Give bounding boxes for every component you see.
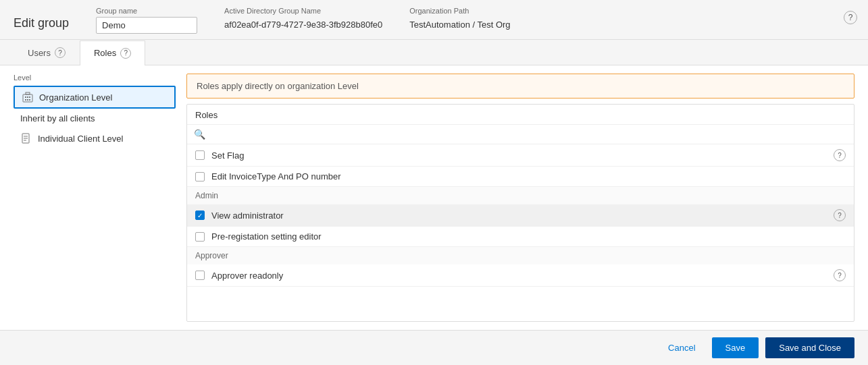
cancel-button[interactable]: Cancel: [659, 337, 705, 358]
role-item-set-flag: Set Flag ?: [187, 144, 854, 167]
roles-panel-header: Roles: [187, 105, 854, 125]
roles-search: 🔍: [187, 125, 854, 144]
ad-group-name-value: af02ea0f-d779-4727-9e38-3fb928b80fe0: [224, 17, 382, 30]
role-label-set-flag: Set Flag: [211, 150, 244, 161]
svg-rect-4: [25, 99, 26, 101]
approver-readonly-help-icon[interactable]: ?: [834, 269, 846, 281]
section-approver: Approver: [187, 247, 854, 264]
org-path-value: TestAutomation / Test Org: [409, 17, 510, 30]
tab-roles[interactable]: Roles ?: [80, 40, 145, 65]
role-label-edit-invoice: Edit InvoiceType And PO number: [211, 171, 341, 181]
role-label-approver-readonly: Approver readonly: [211, 271, 283, 281]
section-admin: Admin: [187, 187, 854, 204]
tab-users-help-icon[interactable]: ?: [55, 47, 66, 58]
group-name-field: Group name: [96, 7, 197, 34]
roles-list: Set Flag ? Edit InvoiceType And PO numbe…: [187, 144, 854, 321]
sidebar-item-inherit[interactable]: Inherit by all clients: [14, 109, 176, 128]
role-item-pre-reg: Pre-registation setting editor: [187, 227, 854, 247]
role-label-pre-reg: Pre-registation setting editor: [211, 231, 322, 242]
main-panel: Roles apply directly on organization Lev…: [186, 74, 854, 322]
building-icon: [22, 92, 34, 103]
checkbox-view-admin[interactable]: ✓: [195, 210, 205, 220]
sidebar-level-label: Level: [14, 74, 176, 82]
checkbox-pre-reg[interactable]: [195, 232, 205, 242]
ad-group-name-field: Active Directory Group Name af02ea0f-d77…: [224, 7, 382, 30]
svg-rect-0: [23, 94, 32, 102]
svg-rect-3: [29, 96, 30, 98]
svg-rect-7: [26, 92, 30, 94]
role-item-view-admin: ✓ View administrator ?: [187, 204, 854, 227]
sidebar-item-organization-level[interactable]: Organization Level: [14, 86, 176, 109]
sidebar-item-org-label: Organization Level: [39, 92, 112, 103]
sidebar: Level Organization Level: [14, 74, 176, 322]
page-title: Edit group: [14, 16, 69, 30]
org-path-field: Organization Path TestAutomation / Test …: [409, 7, 510, 30]
role-item-edit-invoice: Edit InvoiceType And PO number: [187, 167, 854, 187]
ad-group-name-label: Active Directory Group Name: [224, 7, 382, 15]
group-name-label: Group name: [96, 7, 197, 15]
checkbox-approver-readonly[interactable]: [195, 271, 205, 280]
svg-rect-2: [27, 96, 28, 98]
info-banner: Roles apply directly on organization Lev…: [186, 74, 854, 99]
footer: Cancel Save Save and Close: [0, 330, 868, 365]
tabs-bar: Users ? Roles ?: [0, 40, 868, 65]
checkbox-edit-invoice[interactable]: [195, 172, 205, 181]
svg-rect-5: [27, 99, 28, 101]
svg-rect-1: [25, 96, 26, 98]
header: Edit group Group name Active Directory G…: [0, 0, 868, 40]
sidebar-item-individual[interactable]: Individual Client Level: [14, 128, 176, 148]
content-area: Level Organization Level: [0, 65, 868, 330]
sidebar-item-inherit-label: Inherit by all clients: [20, 113, 95, 123]
roles-panel: Roles 🔍 Set Flag ? Edit InvoiceType And …: [186, 104, 854, 322]
tab-users-label: Users: [28, 48, 51, 58]
svg-rect-6: [29, 99, 30, 101]
header-help-icon[interactable]: ?: [844, 11, 857, 24]
doc-icon: [20, 133, 32, 144]
save-button[interactable]: Save: [712, 337, 759, 358]
tab-users[interactable]: Users ?: [14, 40, 80, 65]
tab-roles-help-icon[interactable]: ?: [120, 48, 131, 59]
tab-roles-label: Roles: [94, 48, 116, 58]
org-path-label: Organization Path: [409, 7, 510, 15]
role-item-approver-readonly: Approver readonly ?: [187, 264, 854, 287]
role-label-view-admin: View administrator: [211, 210, 284, 221]
set-flag-help-icon[interactable]: ?: [834, 149, 846, 161]
sidebar-item-individual-label: Individual Client Level: [38, 134, 123, 144]
search-icon: 🔍: [194, 129, 205, 140]
save-and-close-button[interactable]: Save and Close: [765, 337, 854, 358]
group-name-input[interactable]: [96, 17, 197, 34]
view-admin-help-icon[interactable]: ?: [834, 209, 846, 221]
checkbox-set-flag[interactable]: [195, 150, 205, 160]
